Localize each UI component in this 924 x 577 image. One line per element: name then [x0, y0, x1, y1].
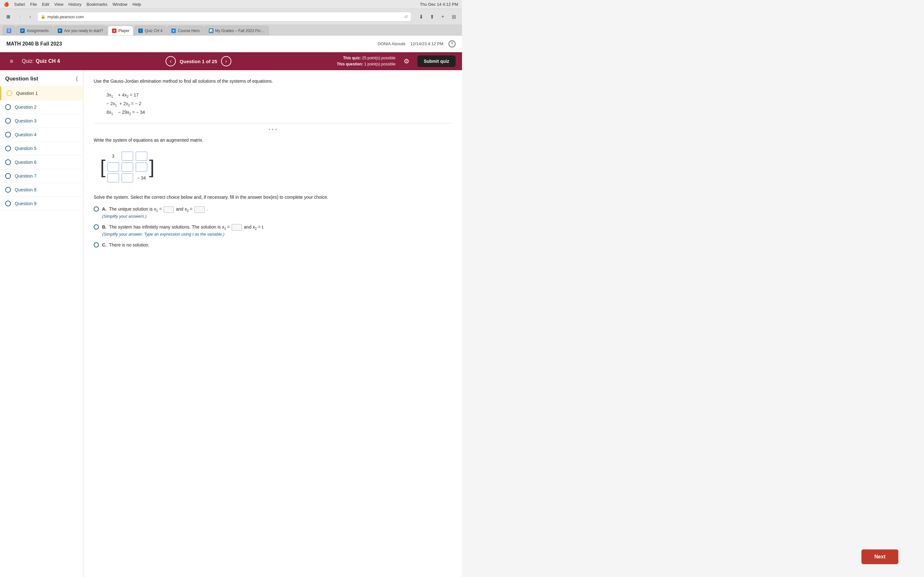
matrix-cell-2-3-input[interactable] — [136, 163, 147, 171]
menu-view[interactable]: View — [54, 2, 63, 7]
choice-a-hint: (Simplify your answers.) — [102, 214, 452, 219]
question-4-label: Question 4 — [15, 132, 37, 137]
equations-block: 3x1 + 4x2 = 17 − 2x1 + 2x2 = − 2 8x1 − 2… — [107, 91, 452, 117]
question-navigation: ‹ Question 1 of 25 › — [166, 56, 231, 66]
menu-edit[interactable]: Edit — [42, 2, 49, 7]
matrix-cell-1-2-input[interactable] — [121, 152, 133, 161]
matrix-cell-3-2-input[interactable] — [121, 173, 133, 182]
hamburger-button[interactable]: ≡ — [6, 56, 17, 66]
tab-quiz-ch4-label: Quiz CH 4 — [145, 29, 162, 33]
question-8-circle — [5, 187, 11, 193]
downloads-button[interactable]: ⬇ — [417, 12, 425, 21]
question-item-9[interactable]: Question 9 — [0, 197, 83, 211]
menu-safari[interactable]: Safari — [14, 2, 25, 7]
question-8-label: Question 8 — [15, 187, 37, 192]
divider-dots: • • • — [94, 127, 452, 132]
question-item-6[interactable]: Question 6 — [0, 155, 83, 169]
quiz-label: Quiz: — [22, 58, 34, 64]
choice-c: C. There is no solution. — [94, 242, 452, 248]
question-item-1[interactable]: Question 1 — [0, 87, 83, 100]
apple-menu[interactable]: 🍎 — [4, 2, 9, 7]
question-item-2[interactable]: Question 2 — [0, 100, 83, 114]
left-bracket: [ — [100, 149, 105, 185]
forward-button[interactable]: › — [26, 12, 35, 21]
question-counter: Question 1 of 25 — [180, 59, 217, 64]
tab-assignments[interactable]: P Assignments — [16, 26, 53, 35]
collapse-sidebar-button[interactable]: ⟨ — [76, 75, 78, 82]
quiz-title-area: Quiz: Quiz CH 4 — [22, 58, 60, 64]
tab-course-hero[interactable]: ★ Course Hero — [167, 26, 204, 35]
tab-quiz-ch4[interactable]: ? Quiz CH 4 — [134, 26, 166, 35]
menu-file[interactable]: File — [30, 2, 37, 7]
question-item-5[interactable]: Question 5 — [0, 142, 83, 155]
question-2-circle — [5, 104, 11, 110]
menu-history[interactable]: History — [68, 2, 81, 7]
sidebar-header: Question list ⟨ — [0, 70, 83, 87]
choice-a-radio[interactable] — [94, 206, 99, 211]
choice-b-input-x1[interactable] — [232, 224, 242, 230]
matrix-cell-2-2-input[interactable] — [121, 163, 133, 171]
tab-player[interactable]: ● Player — [108, 26, 134, 35]
this-quiz-value: 25 point(s) possible — [362, 56, 396, 60]
matrix-bracket: [ 3 — [100, 149, 154, 185]
choice-a-input-x2[interactable] — [194, 206, 205, 213]
choice-b-text: B. The system has infinitely many soluti… — [102, 224, 452, 231]
question-5-label: Question 5 — [15, 146, 37, 151]
question-instruction: Use the Gauss-Jordan elimination method … — [94, 78, 452, 85]
matrix-cell-3-1-input[interactable] — [107, 173, 119, 182]
question-item-8[interactable]: Question 8 — [0, 183, 83, 197]
tab-course-hero-label: Course Hero — [178, 29, 200, 33]
tab-overview-button[interactable]: ⊞ — [449, 12, 458, 21]
address-bar[interactable]: 🔒 mylab.pearson.com ↺ — [37, 12, 411, 21]
choice-b: B. The system has infinitely many soluti… — [94, 224, 452, 237]
this-question-label: This question: — [337, 62, 363, 66]
help-button[interactable]: ? — [449, 40, 456, 47]
equation-1: 3x1 + 4x2 = 17 — [107, 91, 452, 100]
question-7-label: Question 7 — [15, 173, 37, 179]
question-content-area: Use the Gauss-Jordan elimination method … — [83, 70, 462, 577]
menu-window[interactable]: Window — [113, 2, 128, 7]
quiz-navbar: ≡ Quiz: Quiz CH 4 ‹ Question 1 of 25 › T… — [0, 52, 462, 70]
settings-button[interactable]: ⚙ — [401, 55, 412, 67]
question-1-label: Question 1 — [16, 91, 38, 96]
menu-bookmarks[interactable]: Bookmarks — [87, 2, 107, 7]
question-list-sidebar: Question list ⟨ Question 1 Question 2 Qu… — [0, 70, 83, 577]
question-7-circle — [5, 173, 11, 179]
new-tab-button[interactable]: + — [438, 12, 447, 21]
tab-g[interactable]: G — [3, 26, 15, 35]
tab-my-grades[interactable]: 📊 My Grades – Fall 2023 Finite... — [205, 26, 269, 35]
question-2-label: Question 2 — [15, 105, 37, 110]
menu-help[interactable]: Help — [132, 2, 141, 7]
next-question-button[interactable]: › — [221, 56, 231, 66]
app-title: MATH 2040 B Fall 2023 — [6, 41, 62, 47]
equation-3: 8x1 − 29x2 = − 34 — [107, 108, 452, 117]
back-button[interactable]: ‹ — [15, 12, 24, 21]
question-9-circle — [5, 201, 11, 206]
tab-are-you-ready-label: Are you ready to start? — [64, 29, 103, 33]
tab-are-you-ready[interactable]: P Are you ready to start? — [53, 26, 107, 35]
sidebar-toggle-button[interactable]: ⊞ — [4, 12, 13, 21]
choice-a-input-x1[interactable] — [164, 206, 174, 213]
choice-c-radio[interactable] — [94, 242, 99, 247]
matrix-cell-2-1-input[interactable] — [107, 163, 119, 171]
right-bracket: ] — [149, 149, 155, 185]
augmented-matrix: [ 3 — [100, 148, 452, 186]
submit-quiz-button[interactable]: Submit quiz — [417, 55, 456, 67]
matrix-cell-1-3-input[interactable] — [136, 152, 147, 161]
solve-instruction: Solve the system. Select the correct cho… — [94, 194, 452, 201]
header-datetime: 12/14/23 4:12 PM — [410, 41, 443, 46]
choice-a-content: A. The unique solution is x1 = and x2 = … — [102, 206, 452, 219]
system-time: Thu Dec 14 4:12 PM — [420, 2, 458, 7]
share-button[interactable]: ⬆ — [427, 12, 436, 21]
question-item-4[interactable]: Question 4 — [0, 128, 83, 142]
tab-my-grades-label: My Grades – Fall 2023 Finite... — [215, 29, 265, 33]
question-item-3[interactable]: Question 3 — [0, 114, 83, 128]
choice-b-radio[interactable] — [94, 224, 99, 229]
mac-menubar: 🍎 Safari File Edit View History Bookmark… — [0, 0, 462, 9]
reload-icon[interactable]: ↺ — [404, 15, 408, 19]
this-question-value: 1 point(s) possible — [364, 62, 395, 66]
choice-b-content: B. The system has infinitely many soluti… — [102, 224, 452, 237]
question-1-circle — [6, 90, 12, 96]
prev-question-button[interactable]: ‹ — [166, 56, 176, 66]
question-item-7[interactable]: Question 7 — [0, 169, 83, 183]
